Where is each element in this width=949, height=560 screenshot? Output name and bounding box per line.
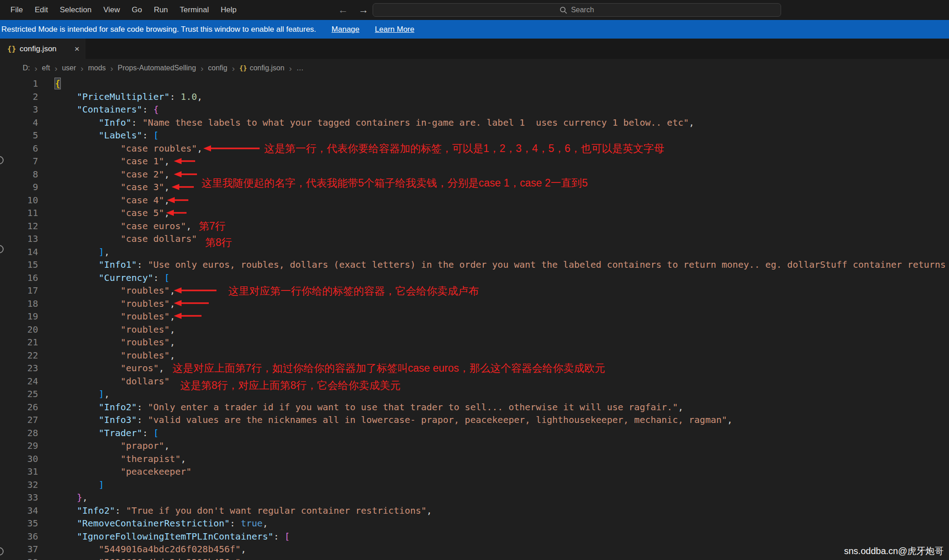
menu-item-terminal[interactable]: Terminal xyxy=(174,5,215,15)
line-number: 21 xyxy=(0,336,38,349)
code-line-content[interactable]: ] xyxy=(55,478,104,491)
code-line-content[interactable]: "case 1", xyxy=(55,155,170,168)
banner-text: Restricted Mode is intended for safe cod… xyxy=(1,25,316,34)
code-line-content[interactable]: }, xyxy=(55,491,88,504)
code-line: 24 "dollars" xyxy=(0,375,949,388)
code-line-content[interactable]: "case euros", xyxy=(55,220,192,233)
code-line-content[interactable]: "roubles", xyxy=(55,323,175,336)
search-box[interactable]: Search xyxy=(373,3,781,17)
code-line: 4 "Info": "Name these labels to what you… xyxy=(0,116,949,129)
code-line-content[interactable]: "therapist", xyxy=(55,452,186,466)
manage-link[interactable]: Manage xyxy=(332,25,359,34)
menu-item-selection[interactable]: Selection xyxy=(54,5,98,15)
line-number: 33 xyxy=(0,491,38,504)
line-number: 22 xyxy=(0,349,38,362)
code-line-content[interactable]: "Info2": "True if you don't want regular… xyxy=(55,504,432,517)
breadcrumb-item[interactable]: user xyxy=(62,64,76,72)
code-line-content[interactable]: "case 2", xyxy=(55,168,170,181)
line-number: 14 xyxy=(0,246,38,259)
close-tab-icon[interactable]: × xyxy=(74,44,79,54)
line-number: 9 xyxy=(0,181,38,194)
menu-item-run[interactable]: Run xyxy=(148,5,174,15)
code-line-content[interactable]: "Info": "Name these labels to what your … xyxy=(55,116,694,129)
code-line-content[interactable]: "Info3": "valid values are the nicknames… xyxy=(55,413,733,427)
code-line-content[interactable]: "case 3", xyxy=(55,181,170,194)
code-line-content[interactable]: "case 5", xyxy=(55,206,170,220)
menu-item-view[interactable]: View xyxy=(98,5,126,15)
breadcrumb-item[interactable]: Props-AutomatedSelling xyxy=(118,64,196,72)
menu-item-file[interactable]: File xyxy=(5,5,29,15)
code-line: 7 "case 1", xyxy=(0,155,949,168)
code-line: 11 "case 5", xyxy=(0,206,949,220)
code-line: 20 "roubles", xyxy=(0,323,949,336)
code-line-content[interactable]: ], xyxy=(55,388,109,401)
search-icon xyxy=(560,6,567,14)
line-number: 37 xyxy=(0,543,38,556)
back-arrow-icon[interactable]: ← xyxy=(338,4,348,16)
code-line-content[interactable]: "roubles", xyxy=(55,310,175,323)
code-line-content[interactable]: { xyxy=(55,77,60,90)
line-number: 31 xyxy=(0,465,38,478)
breadcrumb-item-label: Props-AutomatedSelling xyxy=(118,64,196,72)
code-line-content[interactable]: "euros", xyxy=(55,362,164,375)
breadcrumb-item[interactable]: mods xyxy=(88,64,106,72)
code-line: 34 "Info2": "True if you don't want regu… xyxy=(0,504,949,517)
tab-config-json[interactable]: {} config.json × xyxy=(0,39,85,59)
code-line-content[interactable]: "peacekeeper" xyxy=(55,465,192,478)
code-line-content[interactable]: "Trader": [ xyxy=(55,427,159,440)
code-line: 35 "RemoveContainerRestriction": true, xyxy=(0,517,949,530)
chevron-right-icon: › xyxy=(289,64,292,73)
line-number: 26 xyxy=(0,401,38,414)
line-number: 34 xyxy=(0,504,38,517)
code-line-content[interactable]: "case roubles", xyxy=(55,142,202,155)
tab-bar: {} config.json × xyxy=(0,39,949,59)
code-line: 18 "roubles", xyxy=(0,297,949,310)
code-line-content[interactable]: ], xyxy=(55,246,109,259)
code-line: 37 "5449016a4bdc2d6f028b456f", xyxy=(0,543,949,556)
breadcrumb-item[interactable]: … xyxy=(296,64,304,72)
menu-item-go[interactable]: Go xyxy=(126,5,148,15)
code-line-content[interactable]: "5696686a4bdc2da3298b456a", xyxy=(55,556,246,560)
code-line: 10 "case 4", xyxy=(0,194,949,207)
title-bar: FileEditSelectionViewGoRunTerminalHelp ←… xyxy=(0,0,949,20)
code-line-content[interactable]: "Info1": "Use only euros, roubles, dolla… xyxy=(55,258,949,271)
code-line-content[interactable]: "roubles", xyxy=(55,349,175,362)
code-line-content[interactable]: "RemoveContainerRestriction": true, xyxy=(55,517,268,530)
line-number: 2 xyxy=(0,90,38,103)
restricted-mode-banner: Restricted Mode is intended for safe cod… xyxy=(0,20,949,39)
tab-label: config.json xyxy=(20,44,71,54)
code-line-content[interactable]: "Info2": "Only enter a trader id if you … xyxy=(55,401,683,414)
forward-arrow-icon[interactable]: → xyxy=(359,4,369,16)
code-line-content[interactable]: "IgnoreFollowingItemTPLInContainers": [ xyxy=(55,530,290,543)
breadcrumb-item-label: user xyxy=(62,64,76,72)
breadcrumb-item-label: … xyxy=(296,64,304,72)
menu-item-edit[interactable]: Edit xyxy=(29,5,54,15)
code-line-content[interactable]: "roubles", xyxy=(55,336,175,349)
line-number: 25 xyxy=(0,388,38,401)
code-line-content[interactable]: "prapor", xyxy=(55,439,170,452)
code-line-content[interactable]: "Labels": [ xyxy=(55,129,159,142)
breadcrumb-item[interactable]: {}config.json xyxy=(239,64,284,72)
breadcrumb-item[interactable]: eft xyxy=(42,64,50,72)
line-number: 12 xyxy=(0,220,38,233)
breadcrumb-item[interactable]: config xyxy=(208,64,227,72)
code-line-content[interactable]: "case 4", xyxy=(55,194,170,207)
code-line-content[interactable]: "case dollars" xyxy=(55,232,197,246)
search-placeholder: Search xyxy=(571,6,594,14)
breadcrumb-item[interactable]: D: xyxy=(23,64,30,72)
line-number: 29 xyxy=(0,439,38,452)
code-line-content[interactable]: "Currency": [ xyxy=(55,271,170,285)
code-line-content[interactable]: "roubles", xyxy=(55,297,175,310)
code-line: 36 "IgnoreFollowingItemTPLInContainers":… xyxy=(0,530,949,543)
code-line-content[interactable]: "dollars" xyxy=(55,375,170,388)
menu-item-help[interactable]: Help xyxy=(215,5,242,15)
code-line-content[interactable]: "Containers": { xyxy=(55,103,159,116)
code-line-content[interactable]: "5449016a4bdc2d6f028b456f", xyxy=(55,543,246,556)
code-line-content[interactable]: "PriceMultiplier": 1.0, xyxy=(55,90,202,103)
learn-more-link[interactable]: Learn More xyxy=(375,25,414,34)
code-line-content[interactable]: "roubles", xyxy=(55,284,175,297)
chevron-right-icon: › xyxy=(54,64,57,73)
line-number: 10 xyxy=(0,194,38,207)
breadcrumb: D:›eft›user›mods›Props-AutomatedSelling›… xyxy=(0,59,949,77)
code-line: 5 "Labels": [ xyxy=(0,129,949,142)
